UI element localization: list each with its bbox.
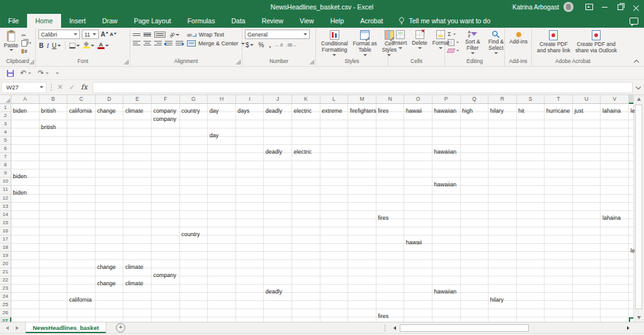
addins-button[interactable]: Add-ins (507, 30, 530, 57)
cell-U8[interactable] (573, 161, 601, 169)
insert-cells-button[interactable]: Insert (391, 30, 409, 57)
cell-I7[interactable] (236, 153, 264, 161)
cell-U4[interactable] (573, 128, 601, 137)
cell-T26[interactable] (545, 309, 573, 317)
cell-Q12[interactable] (461, 195, 489, 203)
cell-A20[interactable] (11, 260, 40, 268)
row-header-21[interactable]: 21 (0, 268, 11, 276)
bold-button[interactable]: B (38, 42, 44, 49)
cell-B18[interactable] (40, 244, 68, 252)
row-header-26[interactable]: 26 (0, 309, 11, 317)
cell-S6[interactable] (517, 145, 545, 153)
cell-A27[interactable] (11, 317, 40, 322)
cell-K19[interactable] (292, 252, 320, 260)
cell-E18[interactable] (123, 244, 152, 252)
cell-V3[interactable] (601, 120, 629, 128)
cell-C20[interactable] (67, 260, 96, 268)
cell-B13[interactable] (40, 203, 68, 211)
close-button[interactable] (628, 0, 644, 14)
cell-A22[interactable] (11, 276, 40, 285)
cell-J8[interactable] (264, 161, 292, 169)
horizontal-scrollbar-track[interactable] (400, 324, 623, 332)
cell-E20[interactable]: climate (123, 260, 152, 268)
cell-B10[interactable] (40, 178, 68, 186)
cell-S21[interactable] (517, 268, 545, 276)
cell-Q4[interactable] (461, 128, 489, 137)
cell-B5[interactable] (40, 137, 68, 145)
cell-F14[interactable] (152, 211, 180, 219)
cell-E25[interactable] (123, 301, 152, 309)
tab-draw[interactable]: Draw (94, 14, 126, 28)
cell-L5[interactable] (320, 137, 349, 145)
row-header-10[interactable]: 10 (0, 178, 11, 186)
cell-A16[interactable] (11, 227, 40, 236)
cell-G15[interactable] (180, 219, 208, 227)
cell-V1[interactable]: lahaina (601, 104, 629, 112)
cell-G14[interactable] (180, 211, 208, 219)
cell-F23[interactable] (152, 285, 180, 293)
previous-sheet-button[interactable] (6, 326, 9, 330)
cell-M19[interactable] (348, 252, 376, 260)
cell-V23[interactable] (601, 285, 629, 293)
cell-A1[interactable]: biden (11, 104, 40, 112)
cell-M7[interactable] (348, 153, 376, 161)
cell-A15[interactable] (11, 219, 40, 227)
column-header-Q[interactable]: Q (461, 95, 489, 104)
cell-J14[interactable] (264, 211, 292, 219)
column-header-P[interactable]: P (432, 95, 461, 104)
cell-S18[interactable] (517, 244, 545, 252)
cell-I16[interactable] (236, 227, 264, 236)
cell-P15[interactable] (432, 219, 461, 227)
cell-R12[interactable] (489, 195, 517, 203)
cell-D8[interactable] (96, 161, 124, 169)
cancel-entry-button[interactable]: ✕ (57, 83, 63, 91)
cell-A7[interactable] (11, 153, 40, 161)
cell-E9[interactable] (123, 169, 152, 178)
cell-H6[interactable] (208, 145, 236, 153)
cell-K23[interactable] (292, 285, 320, 293)
cell-H14[interactable] (208, 211, 236, 219)
cell-O3[interactable] (404, 120, 432, 128)
font-name-combo[interactable]: Calibri (38, 30, 80, 39)
cell-K4[interactable] (292, 128, 320, 137)
cell-K10[interactable] (292, 178, 320, 186)
cell-C23[interactable] (67, 285, 96, 293)
cell-R4[interactable] (489, 128, 517, 137)
clipboard-dialog-launcher[interactable] (30, 60, 34, 64)
cell-C15[interactable] (67, 219, 96, 227)
cell-N1[interactable]: fires (376, 104, 405, 112)
row-header-27[interactable]: 27 (0, 317, 11, 322)
cell-R19[interactable] (489, 252, 517, 260)
cell-R15[interactable] (489, 219, 517, 227)
cell-C24[interactable]: california (67, 293, 96, 301)
cell-J18[interactable] (264, 244, 292, 252)
cell-D1[interactable]: change (96, 104, 124, 112)
cell-Q5[interactable] (461, 137, 489, 145)
column-header-R[interactable]: R (489, 95, 517, 104)
confirm-entry-button[interactable]: ✓ (69, 84, 74, 91)
column-header-A[interactable]: A (11, 95, 40, 104)
cell-S1[interactable]: hit (517, 104, 545, 112)
cell-G16[interactable]: country (180, 227, 208, 236)
cell-M3[interactable] (348, 120, 376, 128)
cell-G19[interactable] (180, 252, 208, 260)
copy-button[interactable] (21, 40, 32, 47)
cell-K8[interactable] (292, 161, 320, 169)
row-header-24[interactable]: 24 (0, 293, 11, 301)
cell-J22[interactable] (264, 276, 292, 285)
cell-S12[interactable] (517, 195, 545, 203)
cell-C17[interactable] (67, 236, 96, 244)
cell-U12[interactable] (573, 195, 601, 203)
cell-A13[interactable] (11, 203, 40, 211)
cell-F8[interactable] (152, 161, 180, 169)
tab-formulas[interactable]: Formulas (179, 14, 223, 28)
cell-N24[interactable] (376, 293, 405, 301)
cell-G24[interactable] (180, 293, 208, 301)
cell-N9[interactable] (376, 169, 405, 178)
font-size-combo[interactable]: 11 (82, 30, 99, 39)
row-header-25[interactable]: 25 (0, 301, 11, 309)
column-header-H[interactable]: H (208, 95, 236, 104)
orientation-button[interactable]: ab (169, 32, 180, 38)
cell-S9[interactable] (517, 169, 545, 178)
cell-G27[interactable] (180, 317, 208, 322)
